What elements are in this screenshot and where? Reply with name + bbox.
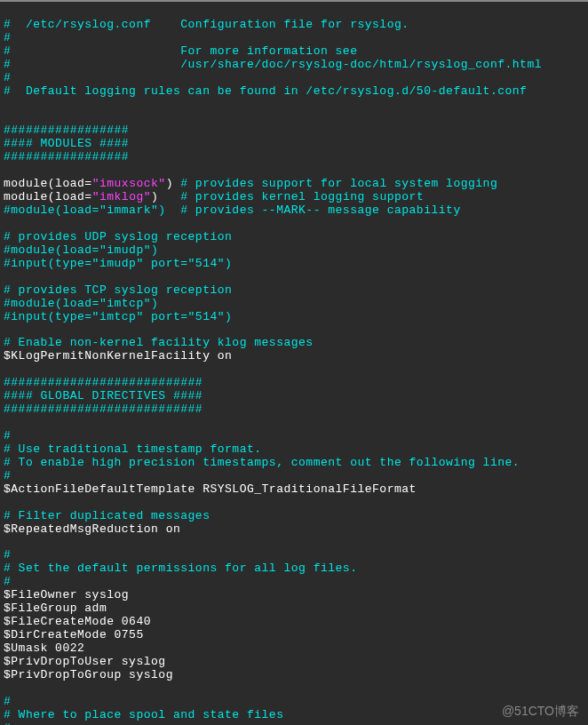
comment-line: # /usr/share/doc/rsyslog-doc/html/rsyslo… — [4, 58, 542, 71]
comment-line: #input(type="imtcp" port="514") — [4, 310, 232, 323]
comment-line: # provides UDP syslog reception — [4, 230, 232, 243]
directive-text: ) — [166, 177, 181, 190]
watermark-text: @51CTO博客 — [502, 704, 579, 718]
banner-line: #### GLOBAL DIRECTIVES #### — [4, 389, 203, 402]
banner-line: ################# — [4, 123, 129, 137]
comment-line: # Where to place spool and state files — [4, 708, 283, 721]
comment-line: # — [4, 31, 11, 44]
comment-line: # Set the default permissions for all lo… — [4, 562, 357, 575]
comment-line: # To enable high precision timestamps, c… — [4, 456, 520, 469]
directive-line: $FileOwner syslog — [4, 588, 129, 602]
banner-line: #### MODULES #### — [4, 137, 129, 150]
comment-line: #module(load="imtcp") — [4, 297, 158, 310]
banner-line: ########################### — [4, 376, 203, 389]
banner-line: ########################### — [4, 402, 203, 416]
comment-line: # Use traditional timestamp format. — [4, 442, 262, 456]
directive-line: $DirCreateMode 0755 — [4, 628, 144, 641]
comment-inline: # provides kernel logging support — [180, 190, 424, 203]
directive-text: module(load= — [4, 177, 92, 190]
comment-line: # — [4, 429, 11, 442]
comment-line: # For more information see — [4, 44, 357, 58]
comment-line: # — [4, 721, 11, 725]
comment-line: # provides TCP syslog reception — [4, 283, 232, 297]
directive-line: $RepeatedMsgReduction on — [4, 522, 180, 536]
comment-line: # Default logging rules can be found in … — [4, 84, 527, 98]
directive-line: $KLogPermitNonKernelFacility on — [4, 349, 232, 362]
directive-line: $Umask 0022 — [4, 641, 84, 655]
comment-line: #module(load="immark") # provides --MARK… — [4, 203, 461, 217]
comment-line: # — [4, 548, 11, 562]
comment-inline: # provides support for local system logg… — [180, 177, 497, 190]
comment-line: #input(type="imudp" port="514") — [4, 257, 232, 270]
comment-line: #module(load="imudp") — [4, 243, 158, 257]
string-literal: "imklog" — [92, 190, 151, 203]
directive-line: $FileCreateMode 0640 — [4, 615, 151, 628]
code-editor[interactable]: # /etc/rsyslog.conf Configuration file f… — [4, 5, 584, 725]
directive-text: module(load= — [4, 190, 92, 203]
banner-line: ################# — [4, 150, 129, 163]
directive-line: $FileGroup adm — [4, 602, 107, 615]
directive-line: $PrivDropToGroup syslog — [4, 668, 173, 681]
comment-line: # — [4, 575, 11, 588]
string-literal: "imuxsock" — [92, 177, 166, 190]
directive-line: $ActionFileDefaultTemplate RSYSLOG_Tradi… — [4, 482, 417, 496]
comment-line: # — [4, 469, 11, 482]
directive-text: ) — [151, 190, 180, 203]
comment-line: # — [4, 695, 11, 708]
comment-line: # Enable non-kernel facility klog messag… — [4, 336, 314, 349]
comment-line: # Filter duplicated messages — [4, 509, 210, 522]
comment-line: # /etc/rsyslog.conf Configuration file f… — [4, 18, 409, 31]
comment-line: # — [4, 71, 11, 84]
directive-line: $PrivDropToUser syslog — [4, 655, 166, 668]
